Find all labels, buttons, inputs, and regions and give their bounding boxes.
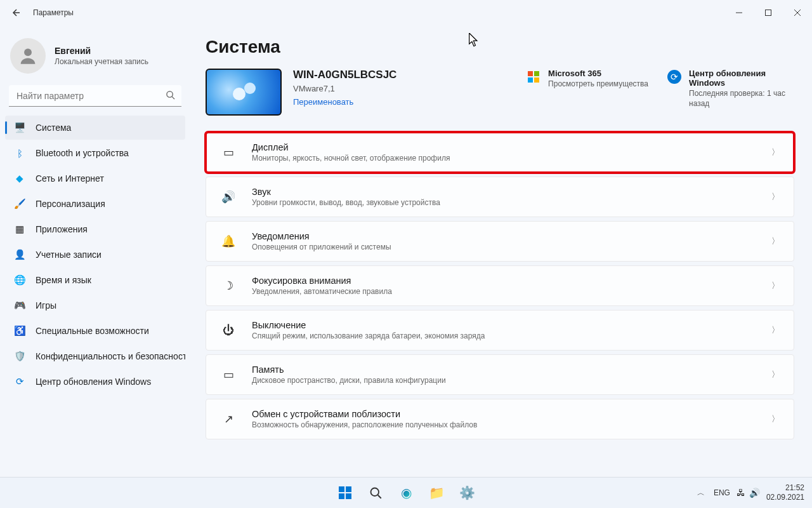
monitor-icon: 🖥️ — [14, 122, 25, 133]
bluetooth-icon: ᛒ — [14, 148, 25, 159]
tray-network-volume[interactable]: 🖧 🔊 — [737, 488, 760, 498]
sidebar-item-personalization[interactable]: 🖌️Персонализация — [5, 192, 185, 216]
sidebar-item-accessibility[interactable]: ♿Специальные возможности — [5, 319, 185, 343]
sidebar-item-label: Время и язык — [36, 275, 91, 285]
setting-title: Обмен с устройствами поблизости — [252, 409, 477, 419]
setting-sub: Оповещения от приложений и системы — [252, 243, 391, 251]
network-icon: 🖧 — [737, 488, 745, 498]
chevron-right-icon: 〉 — [771, 280, 780, 291]
setting-sub: Мониторы, яркость, ночной свет, отображе… — [252, 154, 450, 163]
user-name: Евгений — [55, 46, 148, 56]
taskbar-search-button[interactable] — [363, 480, 388, 505]
sidebar-item-label: Учетные записи — [36, 250, 102, 260]
brush-icon: 🖌️ — [14, 198, 25, 210]
display-icon: ▭ — [220, 145, 237, 159]
back-button[interactable] — [5, 3, 25, 23]
minimize-button[interactable] — [724, 3, 754, 23]
back-arrow-icon — [10, 8, 20, 18]
shield-icon: 🛡️ — [14, 351, 25, 362]
folder-icon: 📁 — [429, 485, 445, 500]
moon-icon: ☽ — [220, 279, 237, 293]
svg-point-1 — [24, 48, 32, 56]
storage-icon: ▭ — [220, 368, 237, 382]
sidebar-item-privacy[interactable]: 🛡️Конфиденциальность и безопасность — [5, 344, 185, 368]
volume-icon: 🔊 — [749, 488, 760, 498]
sidebar-item-label: Персонализация — [36, 199, 105, 209]
quick-card-update[interactable]: ⟳ Центр обновления Windows Последняя про… — [667, 69, 794, 109]
setting-focus[interactable]: ☽ Фокусировка вниманияУведомления, автом… — [206, 265, 794, 306]
taskbar: ◉ 📁 ⚙️ ︿ ENG 🖧 🔊 21:52 02.09.2021 — [0, 477, 812, 508]
wifi-icon: ◆ — [14, 173, 25, 184]
setting-display[interactable]: ▭ ДисплейМониторы, яркость, ночной свет,… — [206, 132, 794, 173]
setting-sound[interactable]: 🔊 ЗвукУровни громкости, вывод, ввод, зву… — [206, 177, 794, 217]
person-icon — [17, 45, 39, 67]
search-box[interactable] — [9, 85, 181, 107]
setting-title: Выключение — [252, 320, 485, 330]
sidebar-item-apps[interactable]: ▦Приложения — [5, 217, 185, 241]
windows-logo-icon — [339, 486, 351, 499]
quick-card-ms365[interactable]: Microsoft 365 Просмотреть преимущества — [527, 69, 648, 90]
setting-power[interactable]: ⏻ ВыключениеСпящий режим, использование … — [206, 310, 794, 351]
setting-nearby-share[interactable]: ↗ Обмен с устройствами поблизостиВозможн… — [206, 399, 794, 439]
main-content: Система WIN-A0GN5LBCSJC VMware7,1 Переим… — [190, 25, 812, 477]
sidebar: Евгений Локальная учетная запись 🖥️Систе… — [0, 25, 190, 477]
sidebar-item-system[interactable]: 🖥️Система — [5, 116, 185, 140]
sync-icon: ⟳ — [14, 376, 25, 387]
apps-icon: ▦ — [14, 224, 25, 235]
svg-point-2 — [167, 91, 173, 97]
sidebar-item-time-language[interactable]: 🌐Время и язык — [5, 268, 185, 292]
user-block[interactable]: Евгений Локальная учетная запись — [5, 33, 185, 85]
sidebar-item-label: Конфиденциальность и безопасность — [36, 351, 185, 361]
device-thumbnail — [206, 69, 282, 116]
language-indicator[interactable]: ENG — [714, 488, 730, 497]
sound-icon: 🔊 — [220, 190, 237, 204]
system-tray: ︿ ENG 🖧 🔊 21:52 02.09.2021 — [695, 483, 812, 502]
update-icon: ⟳ — [667, 70, 681, 84]
share-icon: ↗ — [220, 412, 237, 426]
quick-sub: Просмотреть преимущества — [548, 79, 648, 90]
quick-title: Microsoft 365 — [548, 69, 648, 78]
taskbar-clock[interactable]: 21:52 02.09.2021 — [766, 483, 804, 502]
account-icon: 👤 — [14, 249, 25, 260]
chevron-right-icon: 〉 — [771, 147, 780, 158]
maximize-button[interactable] — [754, 3, 783, 23]
sidebar-item-label: Bluetooth и устройства — [36, 148, 129, 158]
sidebar-item-label: Приложения — [36, 224, 88, 234]
taskbar-center: ◉ 📁 ⚙️ — [332, 480, 480, 505]
chevron-right-icon: 〉 — [771, 369, 780, 380]
taskbar-settings[interactable]: ⚙️ — [454, 480, 480, 505]
taskbar-explorer[interactable]: 📁 — [424, 480, 449, 505]
sidebar-item-bluetooth[interactable]: ᛒBluetooth и устройства — [5, 141, 185, 165]
setting-sub: Уровни громкости, вывод, ввод, звуковые … — [252, 198, 440, 207]
chevron-right-icon: 〉 — [771, 191, 780, 203]
chevron-right-icon: 〉 — [771, 413, 780, 425]
close-button[interactable] — [783, 3, 812, 23]
device-name: WIN-A0GN5LBCSJC — [293, 69, 420, 81]
sidebar-item-accounts[interactable]: 👤Учетные записи — [5, 243, 185, 267]
accessibility-icon: ♿ — [14, 325, 25, 337]
window-title: Параметры — [33, 8, 74, 17]
user-account-type: Локальная учетная запись — [55, 57, 148, 66]
setting-storage[interactable]: ▭ ПамятьДисковое пространство, диски, пр… — [206, 354, 794, 395]
start-button[interactable] — [332, 480, 358, 505]
search-input[interactable] — [9, 85, 181, 107]
setting-title: Уведомления — [252, 231, 391, 241]
setting-sub: Спящий режим, использование заряда батар… — [252, 331, 485, 340]
avatar — [10, 38, 46, 74]
gear-icon: ⚙️ — [459, 485, 475, 500]
sidebar-item-label: Сеть и Интернет — [36, 173, 104, 184]
svg-rect-0 — [766, 10, 771, 16]
sidebar-item-network[interactable]: ◆Сеть и Интернет — [5, 166, 185, 190]
rename-link[interactable]: Переименовать — [293, 97, 353, 107]
sidebar-item-gaming[interactable]: 🎮Игры — [5, 293, 185, 318]
tray-overflow-button[interactable]: ︿ — [695, 485, 707, 501]
bell-icon: 🔔 — [220, 234, 237, 248]
clock-time: 21:52 — [766, 483, 804, 493]
setting-notifications[interactable]: 🔔 УведомленияОповещения от приложений и … — [206, 221, 794, 262]
titlebar: Параметры — [0, 0, 812, 25]
sidebar-item-update[interactable]: ⟳Центр обновления Windows — [5, 370, 185, 394]
sidebar-item-label: Игры — [36, 300, 56, 311]
taskbar-edge[interactable]: ◉ — [393, 480, 419, 505]
quick-title: Центр обновления Windows — [689, 69, 794, 88]
page-title: Система — [206, 37, 794, 57]
